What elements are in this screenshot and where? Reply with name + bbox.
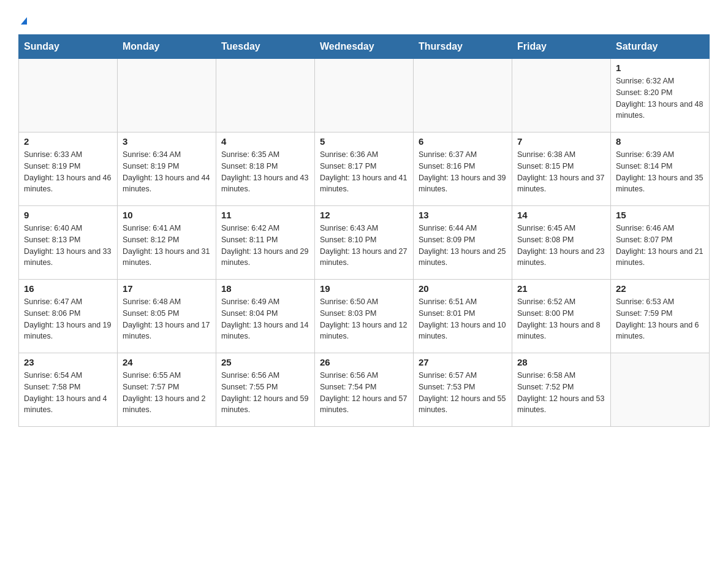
day-number: 23 [24, 357, 112, 367]
days-of-week-row: SundayMondayTuesdayWednesdayThursdayFrid… [19, 35, 710, 59]
logo-top-line [18, 12, 27, 28]
calendar-body: 1Sunrise: 6:32 AMSunset: 8:20 PMDaylight… [19, 59, 710, 427]
day-number: 9 [24, 210, 112, 220]
calendar-day-cell: 2Sunrise: 6:33 AMSunset: 8:19 PMDaylight… [19, 132, 118, 206]
day-info: Sunrise: 6:39 AMSunset: 8:14 PMDaylight:… [616, 149, 704, 195]
calendar-day-cell [414, 59, 512, 132]
calendar-day-cell [315, 59, 414, 132]
day-info: Sunrise: 6:45 AMSunset: 8:08 PMDaylight:… [517, 223, 605, 269]
day-number: 10 [123, 210, 211, 220]
day-info: Sunrise: 6:40 AMSunset: 8:13 PMDaylight:… [24, 223, 112, 269]
day-of-week-header: Sunday [19, 35, 118, 59]
calendar-week-row: 9Sunrise: 6:40 AMSunset: 8:13 PMDaylight… [19, 206, 710, 280]
day-of-week-header: Wednesday [315, 35, 414, 59]
day-info: Sunrise: 6:44 AMSunset: 8:09 PMDaylight:… [419, 223, 507, 269]
day-number: 2 [24, 136, 112, 147]
day-number: 16 [24, 283, 112, 294]
calendar-day-cell: 25Sunrise: 6:56 AMSunset: 7:55 PMDayligh… [216, 353, 315, 427]
day-info: Sunrise: 6:33 AMSunset: 8:19 PMDaylight:… [24, 149, 112, 195]
day-info: Sunrise: 6:49 AMSunset: 8:04 PMDaylight:… [221, 296, 309, 342]
day-number: 4 [221, 136, 309, 147]
day-info: Sunrise: 6:52 AMSunset: 8:00 PMDaylight:… [517, 296, 605, 342]
calendar-day-cell: 3Sunrise: 6:34 AMSunset: 8:19 PMDaylight… [118, 132, 216, 206]
day-info: Sunrise: 6:35 AMSunset: 8:18 PMDaylight:… [221, 149, 309, 195]
day-of-week-header: Thursday [414, 35, 512, 59]
calendar-day-cell: 21Sunrise: 6:52 AMSunset: 8:00 PMDayligh… [512, 280, 611, 353]
calendar-day-cell: 24Sunrise: 6:55 AMSunset: 7:57 PMDayligh… [118, 353, 216, 427]
day-number: 19 [320, 283, 408, 294]
calendar-day-cell: 13Sunrise: 6:44 AMSunset: 8:09 PMDayligh… [414, 206, 512, 280]
day-info: Sunrise: 6:34 AMSunset: 8:19 PMDaylight:… [123, 149, 211, 195]
day-number: 11 [221, 210, 309, 220]
calendar-header: SundayMondayTuesdayWednesdayThursdayFrid… [19, 35, 710, 59]
calendar-week-row: 16Sunrise: 6:47 AMSunset: 8:06 PMDayligh… [19, 280, 710, 353]
day-number: 15 [616, 210, 704, 220]
day-of-week-header: Tuesday [216, 35, 315, 59]
calendar-day-cell: 20Sunrise: 6:51 AMSunset: 8:01 PMDayligh… [414, 280, 512, 353]
day-of-week-header: Friday [512, 35, 611, 59]
calendar-day-cell: 10Sunrise: 6:41 AMSunset: 8:12 PMDayligh… [118, 206, 216, 280]
calendar-day-cell: 11Sunrise: 6:42 AMSunset: 8:11 PMDayligh… [216, 206, 315, 280]
day-info: Sunrise: 6:56 AMSunset: 7:54 PMDaylight:… [320, 370, 408, 416]
day-info: Sunrise: 6:48 AMSunset: 8:05 PMDaylight:… [123, 296, 211, 342]
calendar-day-cell: 18Sunrise: 6:49 AMSunset: 8:04 PMDayligh… [216, 280, 315, 353]
day-info: Sunrise: 6:42 AMSunset: 8:11 PMDaylight:… [221, 223, 309, 269]
day-info: Sunrise: 6:50 AMSunset: 8:03 PMDaylight:… [320, 296, 408, 342]
day-number: 20 [419, 283, 507, 294]
day-info: Sunrise: 6:54 AMSunset: 7:58 PMDaylight:… [24, 370, 112, 416]
calendar-day-cell: 15Sunrise: 6:46 AMSunset: 8:07 PMDayligh… [611, 206, 710, 280]
calendar-day-cell: 12Sunrise: 6:43 AMSunset: 8:10 PMDayligh… [315, 206, 414, 280]
day-info: Sunrise: 6:58 AMSunset: 7:52 PMDaylight:… [517, 370, 605, 416]
calendar-day-cell: 22Sunrise: 6:53 AMSunset: 7:59 PMDayligh… [611, 280, 710, 353]
day-number: 21 [517, 283, 605, 294]
calendar-day-cell: 1Sunrise: 6:32 AMSunset: 8:20 PMDaylight… [611, 59, 710, 132]
day-of-week-header: Saturday [611, 35, 710, 59]
calendar-day-cell: 28Sunrise: 6:58 AMSunset: 7:52 PMDayligh… [512, 353, 611, 427]
calendar-day-cell: 17Sunrise: 6:48 AMSunset: 8:05 PMDayligh… [118, 280, 216, 353]
day-of-week-header: Monday [118, 35, 216, 59]
day-info: Sunrise: 6:55 AMSunset: 7:57 PMDaylight:… [123, 370, 211, 416]
day-info: Sunrise: 6:43 AMSunset: 8:10 PMDaylight:… [320, 223, 408, 269]
day-number: 17 [123, 283, 211, 294]
logo-triangle-icon [21, 17, 27, 25]
day-number: 5 [320, 136, 408, 147]
day-info: Sunrise: 6:38 AMSunset: 8:15 PMDaylight:… [517, 149, 605, 195]
day-info: Sunrise: 6:47 AMSunset: 8:06 PMDaylight:… [24, 296, 112, 342]
day-number: 13 [419, 210, 507, 220]
day-info: Sunrise: 6:41 AMSunset: 8:12 PMDaylight:… [123, 223, 211, 269]
calendar-day-cell: 7Sunrise: 6:38 AMSunset: 8:15 PMDaylight… [512, 132, 611, 206]
day-info: Sunrise: 6:53 AMSunset: 7:59 PMDaylight:… [616, 296, 704, 342]
day-number: 12 [320, 210, 408, 220]
day-number: 1 [616, 63, 704, 73]
day-info: Sunrise: 6:56 AMSunset: 7:55 PMDaylight:… [221, 370, 309, 416]
day-number: 3 [123, 136, 211, 147]
day-number: 27 [419, 357, 507, 367]
day-number: 8 [616, 136, 704, 147]
day-number: 25 [221, 357, 309, 367]
calendar-day-cell: 8Sunrise: 6:39 AMSunset: 8:14 PMDaylight… [611, 132, 710, 206]
calendar-day-cell: 9Sunrise: 6:40 AMSunset: 8:13 PMDaylight… [19, 206, 118, 280]
calendar-week-row: 2Sunrise: 6:33 AMSunset: 8:19 PMDaylight… [19, 132, 710, 206]
day-info: Sunrise: 6:57 AMSunset: 7:53 PMDaylight:… [419, 370, 507, 416]
day-number: 7 [517, 136, 605, 147]
day-info: Sunrise: 6:46 AMSunset: 8:07 PMDaylight:… [616, 223, 704, 269]
calendar-day-cell: 16Sunrise: 6:47 AMSunset: 8:06 PMDayligh… [19, 280, 118, 353]
day-number: 28 [517, 357, 605, 367]
calendar-day-cell: 26Sunrise: 6:56 AMSunset: 7:54 PMDayligh… [315, 353, 414, 427]
day-number: 24 [123, 357, 211, 367]
calendar-day-cell [611, 353, 710, 427]
calendar-day-cell [216, 59, 315, 132]
calendar-day-cell: 5Sunrise: 6:36 AMSunset: 8:17 PMDaylight… [315, 132, 414, 206]
day-number: 6 [419, 136, 507, 147]
calendar-day-cell: 19Sunrise: 6:50 AMSunset: 8:03 PMDayligh… [315, 280, 414, 353]
calendar-day-cell: 6Sunrise: 6:37 AMSunset: 8:16 PMDaylight… [414, 132, 512, 206]
calendar-day-cell [19, 59, 118, 132]
day-number: 14 [517, 210, 605, 220]
day-number: 26 [320, 357, 408, 367]
page-header [18, 12, 710, 28]
calendar-day-cell: 27Sunrise: 6:57 AMSunset: 7:53 PMDayligh… [414, 353, 512, 427]
calendar-table: SundayMondayTuesdayWednesdayThursdayFrid… [18, 34, 710, 427]
day-info: Sunrise: 6:51 AMSunset: 8:01 PMDaylight:… [419, 296, 507, 342]
calendar-day-cell: 4Sunrise: 6:35 AMSunset: 8:18 PMDaylight… [216, 132, 315, 206]
day-number: 22 [616, 283, 704, 294]
